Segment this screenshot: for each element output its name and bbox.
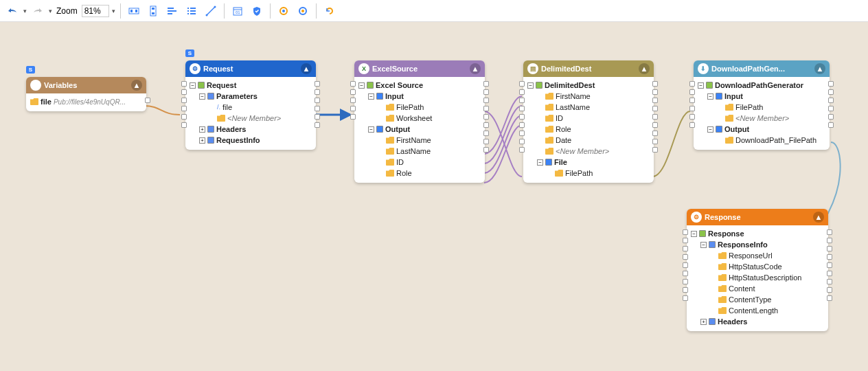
tree-row[interactable]: FirstName [525, 91, 652, 102]
tree-row[interactable]: −Output [695, 124, 828, 135]
input-port[interactable] [683, 238, 688, 243]
input-port[interactable] [519, 98, 525, 103]
expand-icon[interactable]: − [368, 126, 374, 133]
node-variables[interactable]: S ⚙ Variables ▲ file Pub://files/4e9nUqQ… [26, 77, 146, 111]
tree-row[interactable]: −Request [187, 80, 315, 91]
output-port[interactable] [828, 98, 834, 103]
zoom-dropdown[interactable]: ▾ [112, 8, 115, 14]
input-port[interactable] [519, 147, 525, 153]
expand-icon[interactable]: − [527, 82, 534, 89]
output-port[interactable] [652, 114, 658, 120]
tree-row[interactable]: <New Member> [187, 113, 315, 124]
undo-button[interactable] [4, 3, 21, 19]
tree-row[interactable]: −DownloadPathGenerator [695, 80, 828, 91]
tree-row[interactable]: ContentType [688, 294, 827, 305]
tree-row[interactable]: FilePath [695, 102, 828, 113]
expand-icon[interactable]: − [368, 93, 374, 100]
expand-icon[interactable]: + [700, 319, 707, 325]
node-header[interactable]: ⚙ Variables ▲ [26, 77, 146, 93]
output-port[interactable] [827, 287, 832, 293]
line-button[interactable] [203, 3, 219, 19]
list-button[interactable] [183, 3, 200, 19]
refresh-button[interactable] [321, 3, 338, 19]
expand-icon[interactable]: − [358, 82, 365, 89]
output-port[interactable] [828, 114, 834, 120]
node-header[interactable]: X ExcelSource ▲ [354, 60, 485, 77]
output-port[interactable] [828, 106, 834, 111]
output-port[interactable] [828, 89, 834, 95]
redo-dropdown[interactable]: ▾ [49, 8, 52, 14]
collapse-icon[interactable]: ▲ [814, 63, 825, 74]
input-port[interactable] [519, 131, 525, 136]
output-port[interactable] [483, 98, 489, 103]
input-port[interactable] [683, 246, 688, 251]
node-header[interactable]: ⚙ Response ▲ [687, 209, 828, 225]
input-port[interactable] [350, 81, 356, 87]
tree-row[interactable]: −ResponseInfo [688, 239, 827, 250]
tree-row[interactable]: ID [525, 113, 652, 124]
output-port[interactable] [315, 89, 320, 95]
tree-row[interactable]: Date [525, 135, 652, 146]
input-port[interactable] [683, 279, 688, 284]
output-port[interactable] [652, 147, 658, 153]
expand-icon[interactable]: + [199, 126, 205, 133]
output-port[interactable] [827, 238, 832, 243]
input-port[interactable] [181, 122, 187, 128]
output-port[interactable] [828, 122, 834, 128]
tree-row[interactable]: −DelimitedDest [525, 80, 652, 91]
input-port[interactable] [683, 295, 688, 301]
output-port[interactable] [483, 81, 489, 87]
tree-row[interactable]: <New Member> [695, 113, 828, 124]
tree-row[interactable]: Role [356, 168, 483, 179]
output-port[interactable] [652, 98, 658, 103]
input-port[interactable] [689, 89, 695, 95]
output-port[interactable] [652, 139, 658, 144]
tree-row[interactable]: HttpStatusDescription [688, 272, 827, 283]
output-port[interactable] [315, 122, 320, 128]
tree-row[interactable]: FilePath [525, 168, 652, 179]
collapse-icon[interactable]: ▲ [813, 212, 824, 223]
output-port[interactable] [827, 295, 832, 301]
tree-row[interactable]: ResponseUrl [688, 250, 827, 261]
input-port[interactable] [519, 122, 525, 128]
output-port[interactable] [315, 106, 320, 111]
output-port[interactable] [483, 147, 489, 153]
tree-row[interactable]: ID [356, 157, 483, 168]
input-port[interactable] [519, 81, 525, 87]
collapse-icon[interactable]: ▲ [131, 80, 142, 91]
node-header[interactable]: ▤ DelimitedDest ▲ [523, 60, 654, 77]
collapse-icon[interactable]: ▲ [639, 63, 650, 74]
output-port[interactable] [652, 81, 658, 87]
tree-row[interactable]: Role [525, 124, 652, 135]
tree-row[interactable]: <New Member> [525, 146, 652, 157]
input-port[interactable] [350, 98, 356, 103]
input-port[interactable] [683, 287, 688, 293]
tree-row[interactable]: −File [525, 157, 652, 168]
input-port[interactable] [683, 254, 688, 260]
output-port[interactable] [828, 81, 834, 87]
workflow-canvas[interactable]: S ⚙ Variables ▲ file Pub://files/4e9nUqQ… [0, 22, 868, 371]
output-port[interactable] [652, 106, 658, 111]
undo-dropdown[interactable]: ▾ [23, 8, 27, 14]
output-port[interactable] [652, 122, 658, 128]
tree-row[interactable]: FilePath [356, 102, 483, 113]
output-port[interactable] [483, 131, 489, 136]
input-port[interactable] [350, 114, 356, 120]
tree-row[interactable]: /.file [187, 102, 315, 113]
input-port[interactable] [689, 106, 695, 111]
tree-row[interactable]: −Input [356, 91, 483, 102]
output-port[interactable] [145, 98, 150, 103]
node-header[interactable]: ⚙ Request ▲ [185, 60, 316, 77]
node-request[interactable]: S ⚙ Request ▲ −Request −Parameters /.fil… [185, 60, 316, 150]
expand-icon[interactable]: − [190, 82, 196, 89]
input-port[interactable] [181, 81, 187, 87]
tree-row[interactable]: HttpStatusCode [688, 261, 827, 272]
tree-row[interactable]: −Input [695, 91, 828, 102]
layout-vertical-button[interactable] [145, 3, 161, 19]
output-port[interactable] [827, 246, 832, 251]
input-port[interactable] [181, 98, 187, 103]
zoom-input[interactable] [82, 5, 109, 17]
tree-row[interactable]: +Headers [688, 316, 827, 327]
input-port[interactable] [519, 106, 525, 111]
tree-row[interactable]: LastName [525, 102, 652, 113]
